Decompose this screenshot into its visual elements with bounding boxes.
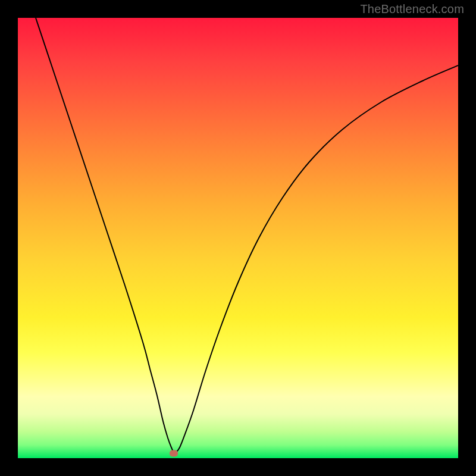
bottleneck-curve <box>18 18 458 458</box>
chart-plot-area <box>18 18 458 458</box>
watermark-text: TheBottleneck.com <box>360 2 464 16</box>
optimal-point-marker <box>170 450 178 457</box>
